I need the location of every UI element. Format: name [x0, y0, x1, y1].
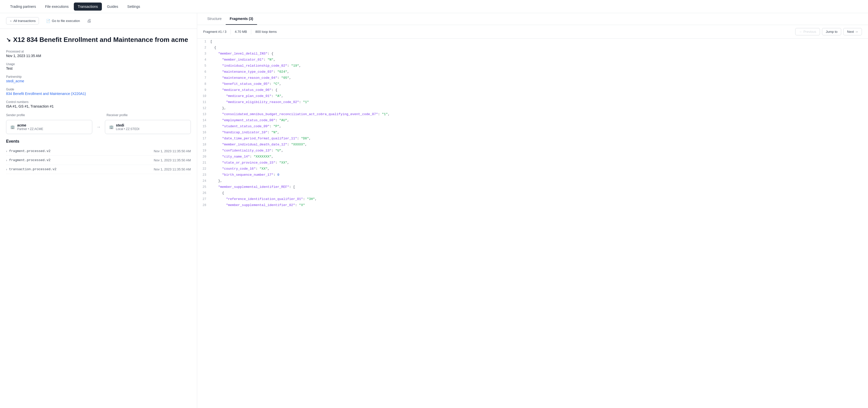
line-content: "maintenance_type_code_03": "024", [210, 69, 289, 75]
main-layout: ← All transactions 📄 Go to file executio… [0, 13, 868, 408]
token-key: "consolidated_omnibus_budget_reconciliat… [222, 112, 378, 116]
token-str: "AU" [279, 118, 287, 122]
token-str: "XX" [279, 161, 287, 165]
sender-sub: Partner • ZZ:ACME [17, 127, 43, 131]
token-key: "confidentiality_code_13" [222, 149, 272, 152]
line-content: "member_individual_death_date_12": "XXXX… [210, 142, 307, 148]
token-punct: , [287, 118, 289, 122]
line-number: 25 [197, 184, 210, 190]
token-key: "member_indicator_01" [222, 58, 264, 62]
code-line: 26 { [197, 190, 868, 196]
event-row[interactable]: › transaction.processed.v2 Nov 1, 2023 1… [6, 165, 191, 174]
nav-guides[interactable]: Guides [103, 3, 122, 11]
event-row[interactable]: › fragment.processed.v2 Nov 1, 2023 11:3… [6, 156, 191, 165]
token-punct: , [268, 167, 270, 171]
right-panel: Structure Fragments (3) Fragment #1 / 3 … [197, 13, 868, 408]
token-key: "individual_relationship_code_02" [222, 64, 287, 68]
receiver-profile-info: stedi Local • ZZ:STEDI [116, 123, 140, 131]
token-indent [210, 137, 222, 140]
code-line: 25 "member_supplemental_identifier_REF":… [197, 184, 868, 190]
token-indent [210, 173, 222, 177]
token-bracket: { [222, 191, 224, 195]
code-line: 2 { [197, 45, 868, 51]
token-bracket: }, [222, 106, 226, 110]
processed-at-group: Processed at Nov 1, 2023 11:35 AM [6, 50, 191, 58]
nav-settings[interactable]: Settings [123, 3, 144, 11]
code-line: 10 "medicare_plan_code_01": "A", [197, 93, 868, 99]
token-indent [210, 155, 222, 159]
line-number: 26 [197, 190, 210, 196]
line-number: 18 [197, 142, 210, 148]
top-nav: Trading partners File executions Transac… [0, 0, 868, 13]
token-key: "reference_identification_qualifier_01" [226, 197, 303, 201]
jump-to-button[interactable]: Jump to [822, 28, 841, 35]
partnership-link[interactable]: stedi_acme [6, 79, 191, 83]
token-punct: : [250, 155, 254, 159]
line-content: "confidentiality_code_13": "U", [210, 148, 283, 154]
goto-label: Go to file execution [52, 19, 80, 23]
token-punct: : [274, 70, 278, 74]
line-number: 21 [197, 160, 210, 166]
token-key: "student_status_code_09" [222, 125, 270, 128]
line-number: 16 [197, 130, 210, 136]
token-indent [210, 185, 218, 189]
goto-file-execution-button[interactable]: 📄 Go to file execution [43, 18, 83, 25]
code-line: 14 "employment_status_code_08": "AU", [197, 117, 868, 124]
line-content: }, [210, 178, 222, 184]
token-indent [210, 131, 222, 134]
sender-label: Sender profile [6, 113, 91, 117]
token-str: "D8" [301, 137, 309, 140]
tab-fragments[interactable]: Fragments (3) [226, 13, 257, 25]
code-line: 16 "handicap_indicator_10": "N", [197, 130, 868, 136]
fragment-nav: ← Previous Jump to Next → [795, 28, 862, 35]
page-title: ↘ X12 834 Benefit Enrollment and Mainten… [6, 36, 191, 44]
fragment-label: Fragment #1 / 3 [203, 30, 226, 34]
token-punct: : [275, 161, 279, 165]
nav-file-executions[interactable]: File executions [41, 3, 72, 11]
line-content: "reference_identification_qualifier_01":… [210, 196, 317, 202]
partnership-group: Partnership stedi_acme [6, 75, 191, 83]
event-row[interactable]: › fragment.processed.v2 Nov 1, 2023 11:3… [6, 147, 191, 156]
back-button[interactable]: ← All transactions [6, 17, 39, 25]
token-indent [210, 106, 222, 110]
token-indent [210, 149, 222, 152]
receiver-profile-card: 🏢 stedi Local • ZZ:STEDI [105, 120, 191, 134]
previous-button[interactable]: ← Previous [795, 28, 820, 35]
token-str: "N" [268, 58, 273, 62]
tab-structure[interactable]: Structure [203, 13, 226, 25]
token-indent [210, 112, 222, 116]
line-number: 15 [197, 124, 210, 130]
line-number: 2 [197, 45, 210, 51]
line-content: "medicare_status_code_06": { [210, 87, 277, 93]
token-key: "member_level_detail_INS" [218, 52, 268, 56]
token-key: "birth_sequence_number_17" [222, 173, 274, 177]
events-title: Events [6, 139, 191, 144]
line-content: "maintenance_reason_code_04": "05", [210, 75, 291, 81]
line-number: 8 [197, 81, 210, 87]
previous-chevron-icon: ← [799, 30, 802, 34]
print-icon[interactable]: 🖨 [87, 18, 92, 24]
token-bracket: { [210, 46, 216, 49]
token-punct: : [275, 118, 279, 122]
code-line: 19 "confidentiality_code_13": "U", [197, 148, 868, 154]
guide-link[interactable]: 834 Benefit Enrollment and Maintenance (… [6, 92, 191, 96]
nav-trading-partners[interactable]: Trading partners [6, 3, 40, 11]
token-punct: , [299, 64, 301, 68]
code-line: 4 "member_indicator_01": "N", [197, 57, 868, 63]
sender-name: acme [17, 123, 43, 127]
token-punct: , [315, 197, 317, 201]
line-content: "employment_status_code_08": "AU", [210, 117, 289, 124]
left-toolbar: ← All transactions 📄 Go to file executio… [0, 13, 197, 29]
sender-profile-info: acme Partner • ZZ:ACME [17, 123, 43, 131]
line-number: 6 [197, 69, 210, 75]
next-button[interactable]: Next → [843, 28, 862, 35]
code-line: 3 "member_level_detail_INS": { [197, 51, 868, 57]
control-numbers-group: Control numbers ISA #1, GS #1, Transacti… [6, 100, 191, 108]
event-time: Nov 1, 2023 11:35:50 AM [154, 158, 191, 162]
token-key: "state_or_province_code_15" [222, 161, 276, 165]
nav-transactions[interactable]: Transactions [74, 3, 102, 11]
code-line: 24 }, [197, 178, 868, 184]
partnership-label: Partnership [6, 75, 191, 78]
line-content: "medicare_plan_code_01": "A", [210, 93, 283, 99]
token-punct: : [277, 76, 281, 80]
